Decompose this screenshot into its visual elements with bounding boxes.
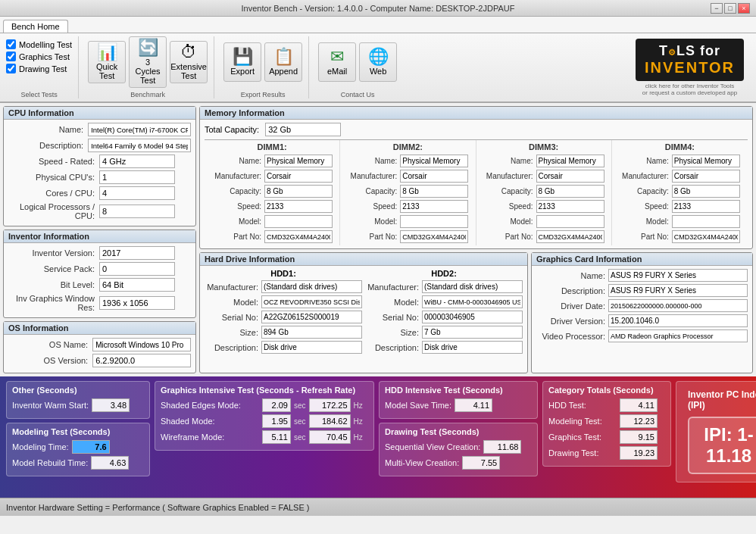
os-panel-title: OS Information	[4, 322, 195, 335]
dimm3-model[interactable]	[536, 215, 604, 228]
memory-total-value[interactable]	[265, 123, 341, 136]
append-button[interactable]: 📋 Append	[264, 42, 302, 82]
cpu-logical-row: Logical Processors / CPU:	[8, 202, 191, 220]
dimm4-part[interactable]	[672, 230, 740, 243]
hdd-gfx-row: Hard Drive Information HDD1: Manufacture…	[199, 252, 753, 373]
hdd-total-value[interactable]	[620, 398, 658, 412]
dimm3-part[interactable]	[536, 230, 604, 243]
web-icon: 🌐	[368, 48, 389, 65]
graphics-total-value[interactable]	[620, 430, 658, 444]
drawing-test-check[interactable]: Drawing Test	[6, 64, 72, 73]
cpu-speed-value[interactable]	[99, 155, 175, 168]
model-save-value[interactable]	[455, 398, 492, 412]
export-button[interactable]: 💾 Export	[223, 42, 261, 82]
bench-home-tab[interactable]: Bench Home	[3, 20, 68, 33]
shaded-edges-hz[interactable]	[309, 398, 351, 412]
inv-gfx-value[interactable]	[99, 296, 175, 310]
dimm2-speed[interactable]	[400, 200, 468, 213]
os-panel-body: OS Name: OS Version:	[4, 335, 195, 373]
three-cycles-button[interactable]: 🔄 3 CyclesTest	[129, 36, 167, 88]
os-name-value[interactable]	[92, 338, 191, 351]
modeling-total-value[interactable]	[620, 414, 658, 428]
hdd-total-label: HDD Test:	[548, 401, 617, 410]
wireframe-sec[interactable]	[262, 430, 291, 444]
quick-test-button[interactable]: 📊 Quick Test	[88, 41, 126, 83]
hdd1-model[interactable]	[261, 295, 362, 308]
hdd1-mfr[interactable]	[261, 280, 362, 293]
dimm4-cap[interactable]	[672, 185, 740, 198]
model-rebuild-value[interactable]	[91, 456, 129, 470]
hdd2-mfr[interactable]	[422, 280, 523, 293]
multi-view-value[interactable]	[462, 456, 500, 470]
dimm2-cap[interactable]	[400, 185, 468, 198]
dimm1-title: DIMM1:	[208, 140, 336, 151]
hdd1-desc[interactable]	[261, 341, 362, 354]
dimm1-cap[interactable]	[264, 185, 333, 198]
modelling-test-check[interactable]: Modelling Test	[6, 39, 72, 49]
maximize-button[interactable]: □	[724, 3, 736, 14]
hdd2-size[interactable]	[422, 326, 523, 339]
dimm4-name[interactable]	[672, 155, 740, 167]
ipi-title: Inventor PC Index (IPI)	[688, 389, 756, 411]
dimm4-mfr[interactable]	[672, 170, 740, 183]
hdd2-model[interactable]	[422, 295, 523, 308]
cpu-desc-label: Description:	[8, 141, 88, 150]
cpu-physical-value[interactable]	[99, 170, 175, 184]
modeling-time-value[interactable]	[72, 440, 110, 454]
minimize-button[interactable]: −	[711, 3, 723, 14]
status-text: Inventor Hardware Setting = Performance …	[6, 503, 309, 512]
inv-version-value[interactable]	[99, 246, 175, 260]
hdd1-size[interactable]	[261, 326, 362, 339]
gc-desc[interactable]	[608, 284, 748, 297]
dimm1-mfr-row: Manufacturer:	[208, 170, 336, 183]
os-version-value[interactable]	[92, 354, 191, 367]
hdd1-serial[interactable]	[261, 311, 362, 323]
inv-sp-value[interactable]	[99, 262, 175, 276]
shaded-sec[interactable]	[262, 414, 291, 428]
shaded-hz[interactable]	[309, 414, 351, 428]
web-button[interactable]: 🌐 Web	[359, 42, 397, 82]
dimm3-name[interactable]	[536, 155, 604, 167]
dimm4-speed[interactable]	[672, 200, 740, 213]
hdd1-col: HDD1: Manufacturer: Model: Serial No: Si…	[205, 269, 362, 356]
dimm3-mfr[interactable]	[536, 170, 604, 183]
dimm1-model[interactable]	[264, 215, 333, 228]
dimm1-part[interactable]	[264, 230, 333, 243]
cpu-cores-value[interactable]	[99, 186, 175, 200]
dimm1-mfr[interactable]	[264, 170, 333, 183]
hdd-grid: HDD1: Manufacturer: Model: Serial No: Si…	[205, 269, 523, 356]
dimm1-speed[interactable]	[264, 200, 333, 213]
inv-bit-value[interactable]	[99, 278, 175, 292]
cpu-name-value[interactable]	[88, 123, 191, 136]
shaded-edges-sec[interactable]	[262, 398, 291, 412]
test-checkboxes: Modelling Test Graphics Test Drawing Tes…	[6, 36, 72, 77]
gc-driver-date[interactable]	[608, 299, 748, 312]
cpu-desc-value[interactable]	[88, 139, 191, 152]
logo-button[interactable]: T⚙LS for INVENTOR	[636, 39, 744, 81]
wireframe-hz[interactable]	[309, 430, 351, 444]
graphics-test-check[interactable]: Graphics Test	[6, 52, 72, 61]
email-button[interactable]: ✉ eMail	[318, 42, 356, 82]
seq-view-value[interactable]	[483, 440, 521, 454]
dimm3-speed[interactable]	[536, 200, 604, 213]
dimm2-model[interactable]	[400, 215, 468, 228]
hdd2-desc[interactable]	[422, 341, 523, 354]
hdd2-serial[interactable]	[422, 311, 523, 323]
warm-start-value[interactable]	[92, 398, 130, 412]
dimm4-model[interactable]	[672, 215, 740, 228]
dimm3-cap[interactable]	[536, 185, 604, 198]
window-controls[interactable]: − □ ×	[711, 3, 750, 14]
gc-video-proc[interactable]	[608, 329, 748, 342]
cpu-logical-value[interactable]	[99, 205, 175, 218]
dimm2-name[interactable]	[400, 155, 468, 167]
gc-driver-version[interactable]	[608, 314, 748, 327]
extensive-test-button[interactable]: ⏱ ExtensiveTest	[170, 41, 208, 83]
logo-tools-text: T⚙LS for	[645, 43, 735, 59]
close-button[interactable]: ×	[738, 3, 750, 14]
drawing-total-value[interactable]	[620, 446, 658, 460]
dimm2-mfr[interactable]	[400, 170, 468, 183]
gc-name[interactable]	[608, 269, 748, 282]
ribbon-group-contact: ✉ eMail 🌐 Web Contact Us	[318, 36, 403, 98]
dimm1-name[interactable]	[264, 155, 333, 167]
dimm2-part[interactable]	[400, 230, 468, 243]
